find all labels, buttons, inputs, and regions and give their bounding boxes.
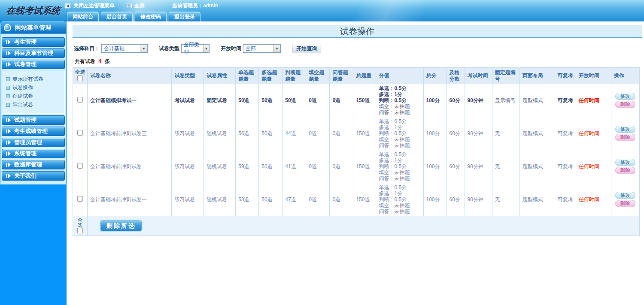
sidebar-subitem-create-paper[interactable]: 创建试卷: [6, 92, 64, 100]
play-arrow-icon: [6, 140, 11, 145]
sidebar-subitem-export-paper[interactable]: 导出试卷: [6, 100, 64, 109]
pass-score: 60分: [447, 183, 465, 216]
multi-count: 50道: [259, 150, 283, 183]
current-admin-label: 当前管理员：admin: [172, 2, 218, 9]
sidebar-item-admin-management[interactable]: 管理员管理: [2, 138, 65, 147]
delete-button[interactable]: 删除: [615, 101, 635, 108]
page-title: 试卷操作: [73, 25, 642, 38]
table-row: 会计基础模拟考试一 考试试卷 固定试卷 50道 50道 50道 0道 0道 15…: [73, 84, 640, 117]
page-layout: 题型模式: [519, 150, 555, 183]
fullscreen-label: 全屏: [134, 2, 145, 9]
open-time-select[interactable]: 全部 ▼: [243, 44, 281, 53]
footer-select-all-checkbox[interactable]: [77, 228, 83, 233]
judge-count: 47道: [283, 183, 306, 216]
modify-button[interactable]: 修改: [615, 93, 635, 100]
delete-button[interactable]: 删除: [615, 167, 635, 174]
total-score: 100分: [423, 183, 447, 216]
qa-count: 0道: [330, 183, 353, 216]
paper-attr: 随机试卷: [204, 183, 236, 216]
table-row: 会计基础考前冲刺试卷二 练习试卷 随机试卷 59道 50道 41道 0道 0道 …: [73, 150, 640, 183]
col-pass-score: 及格分数: [447, 68, 465, 84]
modify-button[interactable]: 修改: [615, 192, 635, 199]
modify-button[interactable]: 修改: [615, 126, 635, 133]
select-all-header: 全选: [73, 68, 88, 84]
select-all-checkbox[interactable]: [77, 75, 83, 81]
fullscreen-button[interactable]: 全屏: [126, 2, 145, 9]
total-count: 150道: [353, 117, 376, 150]
play-arrow-icon: [6, 62, 11, 66]
score-breakdown: 单选：0.5分 多选：1分 判断：0.5分 填空：未抽题 问答：未抽题: [376, 150, 423, 183]
paper-type-select[interactable]: 全部类型 ▼: [181, 44, 210, 53]
delete-button[interactable]: 删除: [615, 134, 635, 141]
sidebar-item-label: 科目及章节管理: [14, 49, 53, 57]
sidebar-item-candidate-management[interactable]: 考生管理: [2, 37, 65, 47]
fullscreen-icon: [126, 3, 132, 8]
open-time-select-value: 全部: [246, 45, 256, 52]
sidebar-item-question-management[interactable]: 试题管理: [2, 115, 65, 125]
filter-bar: 选择科目： 会计基础 ▼ 试卷类型 全部类型 ▼ 开放时间 全部 ▼ 开始查询: [74, 44, 644, 53]
close-left-menu-button[interactable]: ◀ 关闭左边管理菜单: [64, 2, 115, 9]
qa-count: 0道: [330, 84, 353, 117]
tab-site-front[interactable]: 网站前台: [67, 12, 99, 21]
papers-table: 全选 试卷名称 试卷类型 试卷属性 单选题题量 多选题题量 判断题题量 填空题题…: [73, 67, 640, 236]
play-arrow-icon: [6, 174, 11, 178]
tab-admin-home[interactable]: 后台首页: [101, 12, 133, 21]
paper-name: 会计基础模拟考试一: [88, 84, 172, 117]
single-count: 53道: [236, 183, 259, 216]
row-checkbox[interactable]: [77, 130, 83, 136]
col-paper-name: 试卷名称: [88, 68, 172, 84]
sidebar-subitem-paper-operations[interactable]: 试卷操作: [6, 83, 64, 92]
play-arrow-icon: [6, 40, 11, 44]
sidebar-item-label: 考生管理: [14, 38, 36, 46]
sidebar-menu: 考生管理 科目及章节管理 试卷管理 显示所有试卷 试卷操作 创建试卷: [0, 34, 66, 184]
total-count: 150道: [353, 183, 376, 216]
topbar-items: ◀ 关闭左边管理菜单 全屏 当前管理员：admin: [64, 0, 218, 11]
submenu-item-label: 导出试卷: [12, 101, 33, 109]
subject-filter-label: 选择科目：: [74, 45, 100, 52]
main-content: 试卷操作 选择科目： 会计基础 ▼ 试卷类型 全部类型 ▼ 开放时间 全部 ▼ …: [71, 21, 644, 305]
row-checkbox[interactable]: [77, 163, 83, 169]
single-count: 56道: [236, 117, 259, 150]
col-paper-type: 试卷类型: [172, 68, 204, 84]
duration: 90分钟: [465, 117, 492, 150]
sidebar-item-about-us[interactable]: 关于我们: [2, 171, 65, 181]
play-arrow-icon: [6, 129, 11, 133]
footer-select-all: 全选: [73, 216, 88, 236]
col-blank-count: 填空题题量: [306, 68, 330, 84]
play-arrow-icon: [6, 118, 11, 122]
page-layout: 题型模式: [519, 117, 555, 150]
paper-name: 会计基础考前冲刺试卷二: [88, 150, 172, 183]
subject-select[interactable]: 会计基础 ▼: [101, 44, 148, 53]
sidebar-item-database-management[interactable]: 数据库管理: [2, 160, 65, 169]
paper-type: 练习试卷: [172, 117, 204, 150]
delete-button[interactable]: 删除: [615, 200, 635, 207]
sidebar-item-score-management[interactable]: 考生成绩管理: [2, 127, 65, 136]
paper-attr: 固定试卷: [204, 84, 236, 117]
duration: 90分钟: [465, 183, 492, 216]
sidebar-item-subject-chapter-management[interactable]: 科目及章节管理: [2, 48, 65, 58]
judge-count: 50道: [283, 84, 306, 117]
open-time: 任何时间: [576, 84, 611, 117]
col-single-count: 单选题题量: [236, 68, 259, 84]
fixed-number: 显示编号: [492, 84, 519, 117]
square-bullet-icon: [6, 86, 10, 90]
sidebar-item-system-management[interactable]: 系统管理: [2, 149, 65, 158]
sidebar-item-label: 管理员管理: [14, 139, 42, 146]
play-arrow-icon: [6, 51, 11, 55]
modify-button[interactable]: 修改: [615, 159, 635, 166]
tab-change-password[interactable]: 修改密码: [135, 12, 167, 21]
tab-logout[interactable]: 退出登录: [169, 12, 200, 21]
blank-count: 0道: [306, 150, 330, 183]
col-duration: 考试时间: [465, 68, 492, 84]
sidebar-item-paper-management[interactable]: 试卷管理: [2, 60, 65, 69]
delete-selected-button[interactable]: 删除所选: [100, 220, 142, 231]
select-all-label: 全选: [74, 69, 86, 75]
close-left-menu-label: 关闭左边管理菜单: [73, 2, 115, 9]
fixed-number: 无: [492, 150, 519, 183]
count-suffix: 条: [104, 58, 109, 64]
row-checkbox[interactable]: [77, 97, 83, 103]
col-qa-count: 问答题题量: [330, 68, 353, 84]
row-checkbox[interactable]: [77, 196, 83, 202]
sidebar-subitem-show-all-papers[interactable]: 显示所有试卷: [6, 75, 64, 83]
search-button[interactable]: 开始查询: [292, 44, 321, 53]
